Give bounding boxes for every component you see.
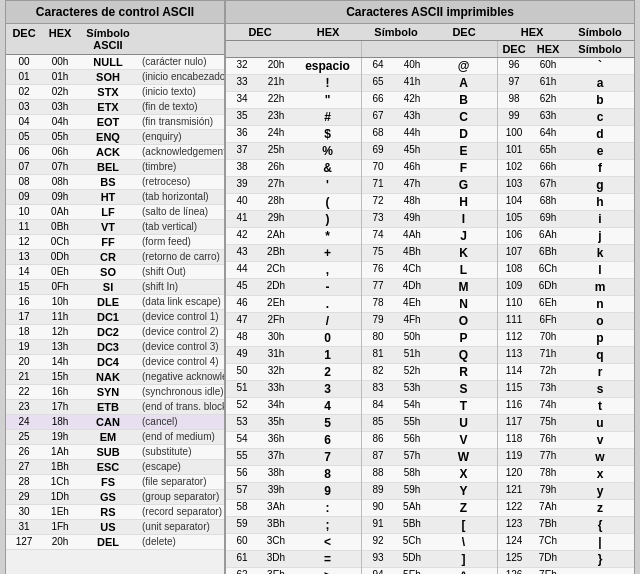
left-cell-desc: (substitute) [138, 445, 224, 459]
right-row: 623Eh> [226, 568, 361, 574]
right-cell-hex: 50h [394, 330, 430, 346]
right-cell-dec: 56 [226, 466, 258, 482]
left-row: 0909hHT(tab horizontal) [6, 190, 224, 205]
right-cell-hex: 70h [530, 330, 566, 346]
right-cell-hex: 7Dh [530, 551, 566, 567]
right-cell-dec: 83 [362, 381, 394, 397]
right-cell-hex: 76h [530, 432, 566, 448]
right-cell-hex: 55h [394, 415, 430, 431]
right-cell-dec: 50 [226, 364, 258, 380]
right-row: 12179hy [498, 483, 634, 500]
left-cell-desc: (fin transmisión) [138, 115, 224, 129]
right-cell-hex: 23h [258, 109, 294, 125]
right-row: 8050hP [362, 330, 497, 347]
right-row: 3422h" [226, 92, 361, 109]
left-cell-dec: 16 [6, 295, 42, 309]
right-row: 11472hr [498, 364, 634, 381]
left-row: 2519hEM(end of medium) [6, 430, 224, 445]
right-row: 1227Ahz [498, 500, 634, 517]
left-cell-desc: (device control 3) [138, 340, 224, 354]
left-cell-hex: 0Ch [42, 235, 78, 249]
right-cell-dec: 57 [226, 483, 258, 499]
right-row: 3220hespacio [226, 58, 361, 75]
right-cell-sym: A [430, 75, 497, 91]
right-cell-hex: 71h [530, 347, 566, 363]
right-cell-dec: 121 [498, 483, 530, 499]
left-cell-hex: 1Dh [42, 490, 78, 504]
left-cell-hex: 05h [42, 130, 78, 144]
right-cell-sym: e [566, 143, 634, 159]
right-cell-dec: 32 [226, 58, 258, 74]
left-cell-desc: (record separator) [138, 505, 224, 519]
right-row: 3826h& [226, 160, 361, 177]
right-cell-sym: ' [294, 177, 361, 193]
right-cell-dec: 93 [362, 551, 394, 567]
right-row: 472Fh/ [226, 313, 361, 330]
right-row: 1106Ehn [498, 296, 634, 313]
right-row: 11977hw [498, 449, 634, 466]
right-rows: 3220hespacio3321h!3422h"3523h#3624h$3725… [226, 58, 634, 574]
left-col-sym: Símbolo ASCII [78, 26, 138, 52]
left-cell-sym: ACK [78, 145, 138, 159]
right-row: 6844hD [362, 126, 497, 143]
left-cell-desc: (carácter nulo) [138, 55, 224, 69]
right-cell-sym: < [294, 534, 361, 550]
right-cell-hex: 4Bh [394, 245, 430, 261]
right-cell-sym: - [294, 279, 361, 295]
left-cell-desc: (shift In) [138, 280, 224, 294]
left-cell-sym: VT [78, 220, 138, 234]
right-cell-dec: 77 [362, 279, 394, 295]
right-cell-sym: D [430, 126, 497, 142]
left-cell-hex: 15h [42, 370, 78, 384]
left-rows: 0000hNULL(carácter nulo)0101hSOH(inicio … [6, 55, 224, 550]
right-row: 6945hE [362, 143, 497, 160]
right-cell-hex: 29h [258, 211, 294, 227]
left-row: 0000hNULL(carácter nulo) [6, 55, 224, 70]
right-cell-hex: 58h [394, 466, 430, 482]
right-cell-dec: 100 [498, 126, 530, 142]
right-cell-dec: 33 [226, 75, 258, 91]
left-row: 1913hDC3(device control 3) [6, 340, 224, 355]
left-cell-desc: (form feed) [138, 235, 224, 249]
rh-dec1: DEC [226, 26, 294, 38]
right-cell-hex: 40h [394, 58, 430, 74]
left-cell-hex: 1Bh [42, 460, 78, 474]
right-row: 8454hT [362, 398, 497, 415]
right-cell-hex: 65h [530, 143, 566, 159]
right-cell-dec: 126 [498, 568, 530, 574]
left-cell-sym: ETB [78, 400, 138, 414]
rh-sym2: Símbolo [566, 26, 634, 38]
left-cell-hex: 1Ch [42, 475, 78, 489]
left-cell-desc: (escape) [138, 460, 224, 474]
right-row: 1237Bh{ [498, 517, 634, 534]
right-row: 5638h8 [226, 466, 361, 483]
left-cell-dec: 29 [6, 490, 42, 504]
right-cell-hex: 2Dh [258, 279, 294, 295]
right-row: 905AhZ [362, 500, 497, 517]
right-row: 4028h( [226, 194, 361, 211]
right-cell-dec: 85 [362, 415, 394, 431]
right-cell-sym: = [294, 551, 361, 567]
left-cell-sym: LF [78, 205, 138, 219]
right-cell-dec: 123 [498, 517, 530, 533]
right-row: 1096Dhm [498, 279, 634, 296]
right-cell-sym: 2 [294, 364, 361, 380]
right-cell-hex: 2Ch [258, 262, 294, 278]
left-row: 2216hSYN(synchronous idle) [6, 385, 224, 400]
left-cell-sym: EM [78, 430, 138, 444]
right-cell-sym: # [294, 109, 361, 125]
right-cell-sym: , [294, 262, 361, 278]
left-row: 12720hDEL(delete) [6, 535, 224, 550]
right-cell-hex: 52h [394, 364, 430, 380]
left-cell-sym: SI [78, 280, 138, 294]
right-cell-sym: t [566, 398, 634, 414]
left-cell-dec: 00 [6, 55, 42, 69]
right-cell-sym: : [294, 500, 361, 516]
right-row: 3624h$ [226, 126, 361, 143]
right-cell-sym: j [566, 228, 634, 244]
right-cell-hex: 6Dh [530, 279, 566, 295]
right-cell-dec: 49 [226, 347, 258, 363]
right-cell-sym: f [566, 160, 634, 176]
left-cell-dec: 11 [6, 220, 42, 234]
left-cell-desc: (retroceso) [138, 175, 224, 189]
